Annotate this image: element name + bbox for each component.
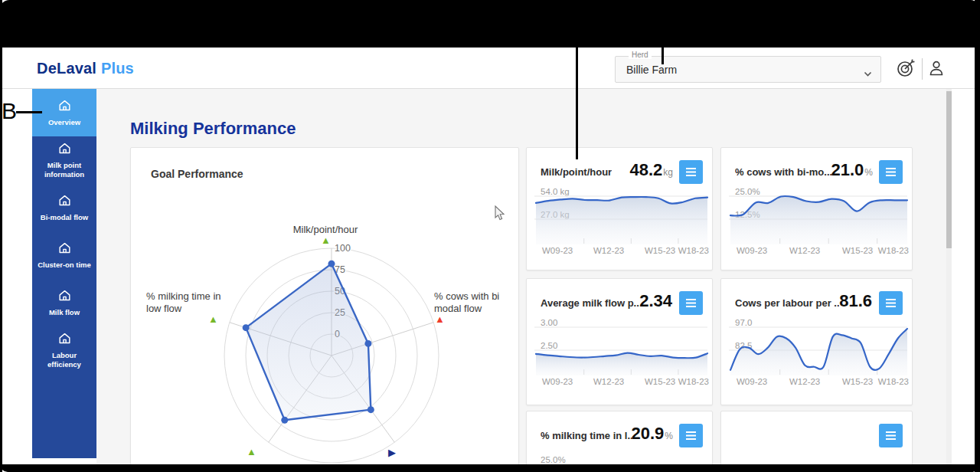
app-logo: DeLaval Plus [37,60,134,77]
metric-unit: % [665,431,673,441]
radar-axis-label-cows-bimodal: % cows with bi modal flow [434,290,508,316]
sidebar-item-milk-flow[interactable]: Milk flow [32,279,96,326]
frame-right-edge [975,0,980,472]
metric-title: Cows per labour per ... [735,291,839,309]
x-axis-label: W15-23 [645,377,675,386]
x-axis-label: W12-23 [789,246,820,255]
sidebar-item-milk-point-information[interactable]: Milk point information [32,136,96,184]
logo-plus: Plus [101,60,134,77]
metric-card-cows-per-labour: Cows per labour per ... 81.6 97.0 82.5 W… [720,278,913,405]
svg-text:100: 100 [335,243,351,254]
scrollbar-thumb[interactable] [946,91,952,248]
card-menu-button[interactable] [679,424,703,447]
sidebar-item-label: Bi-modal flow [38,213,90,222]
x-axis-label: W18-23 [878,246,909,255]
metric-title: % milking time in l... [541,424,632,441]
metric-value: 20.9 [632,424,665,444]
frame-bottom-bar [0,464,980,472]
x-axis-label: W09-23 [542,377,573,386]
y-grid-label: 82.5 [735,341,752,350]
metric-title: Milk/point/hour [541,160,612,178]
metric-value: 21.0 [831,160,864,180]
card-menu-button[interactable] [679,291,703,315]
metric-unit: % [864,167,873,178]
goal-arrow-up-green-icon: ▲ [247,447,256,457]
metric-value: 48.2 [629,160,662,180]
header-divider [922,58,923,80]
home-icon [57,193,72,211]
x-axis-label: W18-23 [678,377,709,386]
metric-card-average-milk-flow: Average milk flow p... 2.34 3.00 2.50 W0… [526,278,713,405]
chevron-down-icon[interactable] [864,67,872,80]
sidebar-item-label: Overview [46,118,83,127]
x-axis-label: W15-23 [842,377,873,386]
top-header: DeLaval Plus Herd Billie Farm [2,48,975,89]
metric-value: 2.34 [639,291,672,311]
frame-top-bar [0,0,980,48]
sidebar-item-label: Labour efficiency [32,351,96,369]
metric-card-empty [720,411,913,472]
goal-target-icon[interactable] [895,57,916,79]
herd-select-label: Herd [629,51,652,59]
sidebar-item-cluster-on-time[interactable]: Cluster-on time [32,231,96,279]
annotation-line-herd [662,34,664,64]
goal-arrow-up-green-icon: ▲ [321,235,331,245]
x-axis-label: W09-23 [542,246,573,255]
card-menu-button[interactable] [879,291,903,315]
metric-card-milking-time-low-flow: % milking time in l... 20.9% 25.0% [526,411,713,472]
sidebar-item-labour-efficiency[interactable]: Labour efficiency [32,326,96,374]
card-menu-button[interactable] [879,424,903,447]
metric-value: 81.6 [839,291,872,311]
goal-arrow-up-green-icon: ▲ [208,314,218,324]
x-axis-label: W12-23 [593,246,624,255]
sidebar-item-label: Milk point information [32,161,96,179]
y-grid-label: 25.0% [735,187,760,196]
y-grid-label: 25.0% [541,455,566,464]
goal-arrow-right-navy-icon: ▶ [388,447,396,457]
card-menu-button[interactable] [679,160,703,184]
app-root: DeLaval Plus Herd Billie Farm [0,0,980,472]
x-axis-label: W12-23 [593,377,624,386]
home-icon [57,241,72,258]
y-grid-label: 3.00 [541,318,557,327]
y-grid-label: 2.50 [541,341,557,350]
annotation-line-card [576,34,578,159]
y-grid-label: 54.0 kg [541,187,570,196]
home-icon [57,98,72,116]
metric-card-milk-point-hour: Milk/point/hour 48.2kg 54.0 kg 27.0 kg W… [526,147,713,270]
x-axis-label: W18-23 [878,377,909,386]
annotation-b-label: B [2,98,17,124]
logo-delaval: DeLaval [37,60,96,77]
y-grid-label: 27.0 kg [541,210,570,219]
page-title: Milking Performance [130,119,296,139]
x-axis-label: W09-23 [737,246,767,255]
goal-arrow-up-red-icon: ▲ [435,314,445,324]
herd-select[interactable]: Herd Billie Farm [615,56,881,83]
x-axis-label: W15-23 [645,246,675,255]
home-icon [57,288,72,306]
metric-card-cows-bimodal: % cows with bi-mo... 21.0% 25.0% 12.5% W… [720,147,913,270]
home-icon [57,331,72,349]
home-icon [57,141,72,159]
sidebar-item-label: Milk flow [47,308,82,317]
card-menu-button[interactable] [879,160,903,184]
y-grid-label: 97.0 [735,318,752,327]
x-axis-label: W15-23 [842,246,873,255]
sidebar-item-label: Cluster-on time [35,261,93,270]
y-grid-label: 12.5% [735,210,760,219]
x-axis-label: W09-23 [737,377,767,386]
metric-title: Average milk flow p... [541,291,639,309]
herd-select-value: Billie Farm [626,64,677,76]
metric-unit: kg [663,167,673,178]
goal-performance-card: Goal Performance 0255075100 Milk/point/h… [130,147,519,465]
metric-title: % cows with bi-mo... [735,160,831,178]
frame-left-edge [0,0,2,472]
sidebar-item-bi-modal-flow[interactable]: Bi-modal flow [32,184,96,231]
sidebar-nav: Overview Milk point information Bi-modal… [32,89,96,458]
user-icon[interactable] [926,57,947,79]
x-axis-label: W18-23 [678,246,709,255]
radar-axis-label-milking-time-low-flow: % milking time in low flow [146,290,221,316]
annotation-b-line [16,111,42,113]
x-axis-label: W12-23 [789,377,820,386]
